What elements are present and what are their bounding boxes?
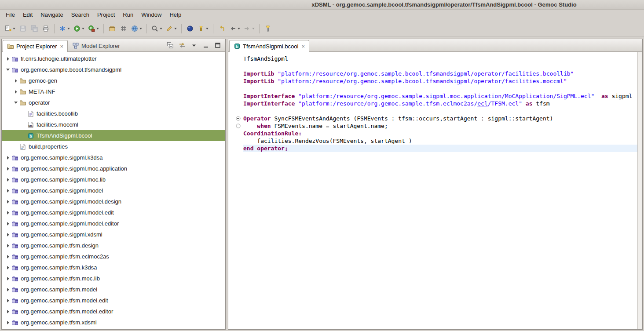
java-element-button[interactable] — [185, 23, 195, 34]
code-line-8[interactable] — [228, 107, 642, 115]
tab-model-explorer[interactable]: Model Explorer — [68, 40, 124, 51]
dropdown-arrow-icon[interactable] — [13, 28, 15, 29]
menu-search[interactable]: Search — [67, 10, 93, 21]
run-button[interactable] — [72, 23, 86, 34]
menu-project[interactable]: Project — [93, 10, 119, 21]
tree-item-gemoc-gen[interactable]: gemoc-gen — [2, 75, 225, 86]
expand-arrow-icon[interactable] — [12, 90, 19, 94]
debug-model-button[interactable] — [58, 23, 71, 34]
editor-tab-tfsmandsigpml-bcool[interactable]: b TfsmAndSigpml.bcool × — [229, 40, 309, 52]
dropdown-arrow-icon[interactable] — [96, 28, 99, 29]
code-line-3[interactable]: ImportLib "platform:/resource/org.gemoc.… — [228, 70, 642, 77]
last-edit-location-button[interactable] — [216, 23, 227, 34]
dropdown-arrow-icon[interactable] — [82, 28, 84, 29]
dropdown-arrow-icon[interactable] — [139, 28, 142, 29]
expand-arrow-icon[interactable] — [4, 310, 11, 313]
tree-item-org-gemoc-sample-tfsm-moc-lib[interactable]: org.gemoc.sample.tfsm.moc.lib — [2, 273, 225, 284]
code-line-10[interactable]: when FSMEvents.name = startAgent.name; — [228, 122, 642, 130]
tree-item-org-gemoc-sample-tfsm-model[interactable]: org.gemoc.sample.tfsm.model — [2, 284, 225, 295]
menu-run[interactable]: Run — [119, 10, 137, 21]
tree-item-org-gemoc-sample-bcool-tfsmandsigpml[interactable]: org.gemoc.sample.bcool.tfsmandsigpml — [2, 64, 225, 75]
code-line-5[interactable] — [228, 85, 642, 92]
fold-collapse-icon[interactable] — [228, 122, 243, 130]
code-line-11[interactable]: CoordinationRule: — [228, 130, 642, 137]
tree-item-org-gemoc-sample-sigpml-xdsml[interactable]: org.gemoc.sample.sigpml.xdsml — [2, 229, 225, 240]
tree-item-build-properties[interactable]: build.properties — [2, 141, 225, 152]
expand-arrow-icon[interactable] — [4, 222, 11, 226]
menu-help[interactable]: Help — [165, 10, 185, 21]
collapse-all-icon[interactable] — [166, 41, 174, 49]
run-external-tools-button[interactable] — [87, 23, 100, 34]
tree-item-org-gemoc-sample-sigpml-model-edit[interactable]: org.gemoc.sample.sigpml.model.edit — [2, 207, 225, 218]
tree-item-facilities-moccml[interactable]: MCfacilities.moccml — [2, 119, 225, 130]
expand-arrow-icon[interactable] — [4, 57, 11, 61]
code-line-9[interactable]: Operator SyncFSMEventsAndAgents (FSMEven… — [228, 115, 642, 122]
code-line-1[interactable]: TfsmAndSigpml — [228, 55, 642, 62]
close-editor-icon[interactable]: × — [301, 43, 305, 50]
open-element-button[interactable] — [196, 23, 210, 34]
tree-item-org-gemoc-sample-sigpml-model-editor[interactable]: org.gemoc.sample.sigpml.model.editor — [2, 218, 225, 229]
search-button[interactable] — [150, 23, 164, 34]
expand-arrow-icon[interactable] — [4, 167, 11, 171]
tree-item-facilities-bcoollib[interactable]: facilities.bcoollib — [2, 108, 225, 119]
new-package-button[interactable] — [107, 23, 117, 34]
tree-item-org-gemoc-sample-sigpml-moc-application[interactable]: org.gemoc.sample.sigpml.moc.application — [2, 163, 225, 174]
minimize-icon[interactable] — [202, 41, 210, 49]
tree-item-org-gemoc-sample-tfsm-eclmoc2as[interactable]: org.gemoc.sample.tfsm.eclmoc2as — [2, 251, 225, 262]
view-menu-icon[interactable] — [190, 41, 198, 49]
tree-item-org-gemoc-sample-sigpml-moc-lib[interactable]: org.gemoc.sample.sigpml.moc.lib — [2, 174, 225, 185]
expand-arrow-icon[interactable] — [4, 255, 11, 258]
tree-item-org-gemoc-sample-tfsm-design[interactable]: org.gemoc.sample.tfsm.design — [2, 240, 225, 251]
tree-item-operator[interactable]: operator — [2, 97, 225, 108]
dropdown-arrow-icon[interactable] — [238, 28, 240, 29]
menu-edit[interactable]: Edit — [19, 10, 37, 21]
menu-navigate[interactable]: Navigate — [37, 10, 67, 21]
menu-window[interactable]: Window — [137, 10, 165, 21]
expand-arrow-icon[interactable] — [4, 156, 11, 160]
overview-ruler[interactable] — [637, 52, 642, 329]
expand-arrow-icon[interactable] — [4, 299, 11, 302]
code-line-7[interactable]: ImportInterface "platform:/resource/org.… — [228, 100, 642, 107]
fold-collapse-icon[interactable] — [228, 115, 243, 122]
tree-item-org-gemoc-sample-tfsm-k3dsa[interactable]: org.gemoc.sample.tfsm.k3dsa — [2, 262, 225, 273]
dropdown-arrow-icon[interactable] — [67, 28, 70, 29]
expand-arrow-icon[interactable] — [4, 211, 11, 215]
code-line-4[interactable]: ImportLib "platform:/resource/org.gemoc.… — [228, 77, 642, 85]
tree-item-fr-cnrs-luchogie-ultimateplotter[interactable]: fr.cnrs.luchogie.ultimateplotter — [2, 53, 225, 64]
maximize-icon[interactable] — [214, 41, 222, 49]
link-with-editor-icon[interactable] — [178, 41, 186, 49]
tree-item-org-gemoc-sample-tfsm-model-edit[interactable]: org.gemoc.sample.tfsm.model.edit — [2, 295, 225, 306]
code-line-6[interactable]: ImportInterface "platform:/resource/org.… — [228, 92, 642, 100]
collapse-arrow-icon[interactable] — [12, 102, 19, 104]
tree-item-org-gemoc-sample-sigpml-model-design[interactable]: org.gemoc.sample.sigpml.model.design — [2, 196, 225, 207]
dropdown-arrow-icon[interactable] — [174, 28, 177, 29]
expand-arrow-icon[interactable] — [4, 189, 11, 193]
back-history-button[interactable] — [228, 23, 242, 34]
expand-arrow-icon[interactable] — [4, 266, 11, 269]
code-line-12[interactable]: facilities.RendezVous(FSMEvents, startAg… — [228, 137, 642, 145]
print-button[interactable] — [40, 23, 51, 34]
menu-file[interactable]: File — [2, 10, 19, 21]
gemoc-engine-button[interactable] — [130, 23, 143, 34]
tree-item-org-gemoc-sample-sigpml-k3dsa[interactable]: org.gemoc.sample.sigpml.k3dsa — [2, 152, 225, 163]
expand-arrow-icon[interactable] — [4, 244, 11, 247]
code-line-13[interactable]: end operator; — [228, 145, 642, 152]
expand-arrow-icon[interactable] — [4, 277, 11, 280]
expand-arrow-icon[interactable] — [4, 200, 11, 204]
close-view-icon[interactable]: × — [60, 43, 63, 50]
tree-item-org-gemoc-sample-tfsm-model-editor[interactable]: org.gemoc.sample.tfsm.model.editor — [2, 306, 225, 317]
annotate-button[interactable] — [165, 23, 178, 34]
tree-item-org-gemoc-sample-sigpml-model[interactable]: org.gemoc.sample.sigpml.model — [2, 185, 225, 196]
tab-project-explorer[interactable]: Project Explorer × — [3, 40, 68, 52]
tree-item-meta-inf[interactable]: META-INF — [2, 86, 225, 97]
code-editor[interactable]: TfsmAndSigpmlImportLib "platform:/resour… — [228, 52, 642, 329]
expand-arrow-icon[interactable] — [12, 79, 19, 83]
plugin-registry-button[interactable] — [118, 23, 129, 34]
dropdown-arrow-icon[interactable] — [160, 28, 162, 29]
dropdown-arrow-icon[interactable] — [206, 28, 209, 29]
dropdown-arrow-icon[interactable] — [252, 28, 255, 29]
expand-arrow-icon[interactable] — [4, 288, 11, 291]
tree-item-tfsmandsigpml-bcool[interactable]: bTfsmAndSigpml.bcool — [2, 130, 225, 141]
expand-arrow-icon[interactable] — [4, 178, 11, 182]
code-line-2[interactable] — [228, 62, 642, 70]
